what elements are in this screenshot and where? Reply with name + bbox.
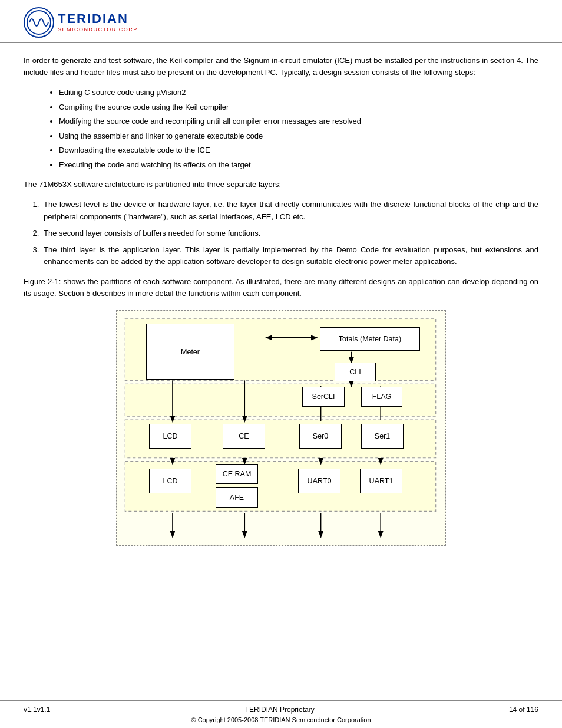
page-header: TERIDIAN SEMICONDUCTOR CORP. <box>0 0 562 43</box>
footer-top-row: v1.1v1.1 TERIDIAN Proprietary 14 of 116 <box>24 706 538 714</box>
list-item: The second layer consists of buffers nee… <box>41 228 538 239</box>
figure-caption: Figure 2-1: shows the partitions of each… <box>24 276 538 299</box>
logo: TERIDIAN SEMICONDUCTOR CORP. <box>24 7 140 38</box>
footer-version: v1.1v1.1 <box>24 706 50 714</box>
intro-paragraph: In order to generate and test software, … <box>24 55 538 78</box>
architecture-diagram: Meter Totals (Meter Data) CLI SerCLI FLA… <box>116 310 446 546</box>
bullet-list: Editing C source code using µVision2 Com… <box>59 87 538 170</box>
list-item: Using the assembler and linker to genera… <box>59 130 538 142</box>
diagram-wrapper: Meter Totals (Meter Data) CLI SerCLI FLA… <box>24 310 538 546</box>
list-item: Editing C source code using µVision2 <box>59 87 538 98</box>
diag-cli: CLI <box>335 363 376 381</box>
diag-meter: Meter <box>146 324 234 380</box>
logo-wave-icon <box>26 9 52 35</box>
footer-center-label: TERIDIAN Proprietary <box>245 706 315 714</box>
footer-copyright: © Copyright 2005-2008 TERIDIAN Semicondu… <box>24 716 538 723</box>
diag-totals: Totals (Meter Data) <box>320 327 420 351</box>
diag-ce-ram: CE RAM <box>216 464 258 484</box>
list-item: Compiling the source code using the Keil… <box>59 101 538 113</box>
diag-lcd-bot: LCD <box>149 469 191 493</box>
arch-intro: The 71M653X software architecture is par… <box>24 179 538 190</box>
diag-flag: FLAG <box>361 387 402 407</box>
list-item: Executing the code and watching its effe… <box>59 159 538 171</box>
logo-emblem <box>24 7 54 38</box>
diag-ser0: Ser0 <box>299 424 342 449</box>
diag-sercli: SerCLI <box>302 387 345 407</box>
numbered-list: The lowest level is the device or hardwa… <box>41 199 538 268</box>
diag-ser1: Ser1 <box>361 424 404 449</box>
logo-subtitle: SEMICONDUCTOR CORP. <box>58 27 140 32</box>
footer-page: 14 of 116 <box>509 706 538 714</box>
list-item: The lowest level is the device or hardwa… <box>41 199 538 222</box>
diag-lcd-top: LCD <box>149 424 191 449</box>
diag-uart0: UART0 <box>298 469 340 493</box>
diag-ce: CE <box>223 424 265 449</box>
main-content: In order to generate and test software, … <box>0 43 562 564</box>
diag-uart1: UART1 <box>360 469 402 493</box>
list-item: Modifying the source code and recompilin… <box>59 116 538 127</box>
list-item: The third layer is the application layer… <box>41 244 538 268</box>
list-item: Downloading the executable code to the I… <box>59 144 538 156</box>
logo-text: TERIDIAN SEMICONDUCTOR CORP. <box>58 12 140 32</box>
page-footer: v1.1v1.1 TERIDIAN Proprietary 14 of 116 … <box>0 700 562 728</box>
diag-afe: AFE <box>216 487 258 508</box>
logo-name: TERIDIAN <box>58 12 140 25</box>
